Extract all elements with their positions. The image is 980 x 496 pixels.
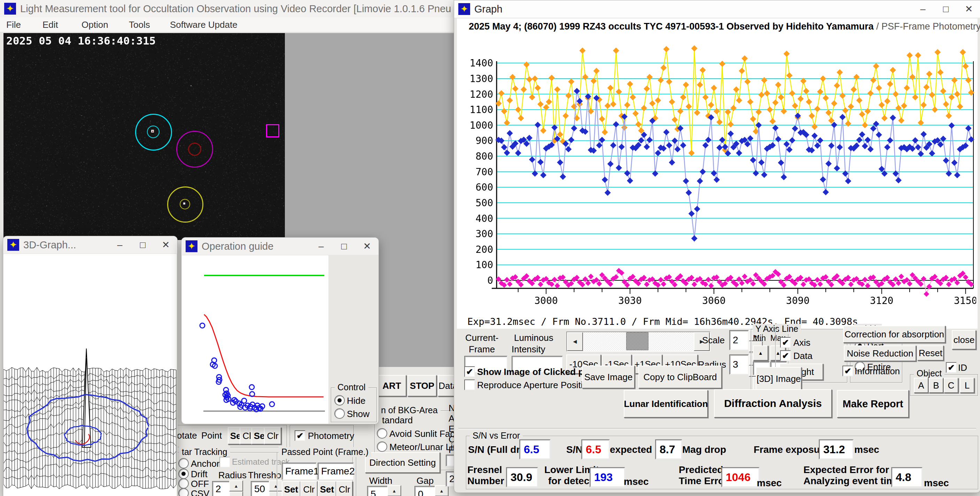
threed-mesh-canvas[interactable] <box>3 254 177 496</box>
minimize-icon[interactable]: – <box>310 238 332 254</box>
aperture-square-magenta[interactable] <box>266 124 279 137</box>
3d-image-button[interactable]: [3D] Image <box>756 367 802 391</box>
passed-set1-button[interactable]: Set <box>282 481 301 496</box>
menu-option[interactable]: Option <box>81 19 108 30</box>
point-label: Point <box>201 430 222 441</box>
stop-button[interactable]: STOP <box>407 375 437 396</box>
id-checkbox[interactable]: ✔ <box>946 362 957 373</box>
scrollbar-thumb[interactable] <box>626 332 649 350</box>
copy-clipboard-button[interactable]: Copy to ClipBoard <box>638 366 722 388</box>
information-label: Information <box>854 366 900 377</box>
radius-up-icon[interactable]: ▲ <box>229 480 243 491</box>
estimated-track-checkbox[interactable] <box>220 457 230 467</box>
menu-file[interactable]: File <box>6 19 21 30</box>
gap-spinner-arrows[interactable]: ▲ ▼ <box>434 485 449 496</box>
bkg-meteor-radio[interactable] <box>377 441 387 452</box>
make-report-button[interactable]: Make Report <box>837 390 909 418</box>
diffraction-analysis-button[interactable]: Diffraction Analysis <box>714 389 832 418</box>
bkg-avoid-radio[interactable] <box>377 428 387 439</box>
object-l-button[interactable]: L <box>960 378 974 393</box>
menu-tools[interactable]: Tools <box>129 19 150 30</box>
mag-drop-label: Mag drop <box>682 444 726 455</box>
point-clr2-button[interactable]: Clr <box>264 427 282 445</box>
threed-titlebar[interactable]: ✦ 3D-Graph... – □ ✕ <box>3 236 177 254</box>
frame1-box[interactable]: Frame1 <box>282 463 317 480</box>
video-frame[interactable]: 2025 05 04 16:36:40:315 <box>3 33 285 240</box>
aperture-inner-cyan <box>147 125 159 138</box>
maximize-icon[interactable]: □ <box>332 238 356 254</box>
tracking-radius-arrows[interactable]: ▲ ▼ <box>229 480 243 496</box>
luminous-label-1: Luminous <box>514 333 554 343</box>
bkg-standard-radio-label[interactable]: tandard <box>382 415 413 426</box>
fragment-f: F <box>449 445 454 455</box>
gap-up-icon[interactable]: ▲ <box>434 485 449 496</box>
threed-client <box>3 254 177 496</box>
width-spinner-arrows[interactable]: ▲ ▼ <box>387 485 401 496</box>
hide-radio[interactable] <box>334 395 345 406</box>
show-image-checkbox[interactable]: ✔ <box>464 366 475 377</box>
correction-absorption-button[interactable]: Correction for absorption <box>843 326 945 343</box>
minimize-icon[interactable]: – <box>108 237 131 253</box>
predicted-time-error-value: 1046 <box>721 467 760 487</box>
graph-radius-value[interactable]: 3 <box>729 355 749 375</box>
minimize-icon[interactable]: – <box>912 1 934 17</box>
threed-graph-window: ✦ 3D-Graph... – □ ✕ <box>3 236 178 496</box>
gap-spinner-value[interactable]: 0 <box>414 486 437 496</box>
noise-reduction-button[interactable]: Noise Reduction <box>844 345 916 361</box>
limovie-icon: ✦ <box>4 3 16 14</box>
scrollbar-left-icon[interactable]: ◄ <box>567 332 583 351</box>
lower-limit-value: 193 <box>590 467 625 487</box>
information-checkbox[interactable]: ✔ <box>842 366 853 376</box>
scale-label: Scale <box>702 335 725 346</box>
line-data-checkbox[interactable]: ✔ <box>780 350 791 361</box>
reset-button[interactable]: Reset <box>917 345 944 361</box>
tracking-radius-value[interactable]: 2 <box>212 481 232 496</box>
passed-set2-button[interactable]: Set <box>318 481 336 496</box>
direction-setting-button[interactable]: Direction Setting <box>365 452 440 473</box>
threshold-value[interactable]: 50 <box>251 481 272 496</box>
control-legend: Control <box>335 382 369 392</box>
fresnel-value: 30.9 <box>506 467 538 487</box>
close-icon[interactable]: ✕ <box>154 237 177 253</box>
start-button[interactable]: ART <box>377 375 406 396</box>
off-radio[interactable] <box>178 478 189 489</box>
passed-clr1-button[interactable]: Clr <box>300 481 318 496</box>
reproduce-checkbox[interactable] <box>464 379 475 390</box>
opguide-titlebar[interactable]: ✦ Operation guide – □ ✕ <box>181 238 379 255</box>
maximize-icon[interactable]: □ <box>131 237 154 253</box>
graph-titlebar[interactable]: ✦ Graph – □ ✕ <box>454 0 980 18</box>
close-button[interactable]: close <box>952 330 976 350</box>
fresnel-label-1: Fresnel <box>467 464 502 475</box>
csv-radio[interactable] <box>178 488 189 496</box>
passed-clr2-button[interactable]: Clr <box>336 481 353 496</box>
yaxis-min-up-button[interactable]: ▲ <box>753 345 768 361</box>
frame2-box[interactable]: Frame2 <box>318 463 354 480</box>
object-b-button[interactable]: B <box>929 378 943 393</box>
width-up-icon[interactable]: ▲ <box>387 485 401 496</box>
light-curve-canvas[interactable] <box>464 33 976 315</box>
maximize-icon[interactable]: □ <box>934 1 957 17</box>
expected-error-label-2: Analyzing event time <box>803 475 900 486</box>
close-icon[interactable]: ✕ <box>957 1 980 17</box>
close-icon[interactable]: ✕ <box>356 238 379 254</box>
frame-exposure-msec: msec <box>854 444 879 455</box>
photometry-checkbox[interactable]: ✔ <box>294 430 305 441</box>
radius-down-icon[interactable]: ▼ <box>229 491 243 496</box>
anchor-radio[interactable] <box>178 458 189 469</box>
current-frame-label-2: Frame <box>469 344 495 355</box>
line-axis-checkbox[interactable]: ✔ <box>780 337 791 348</box>
drift-radio[interactable] <box>178 469 189 479</box>
menu-software-update[interactable]: Software Update <box>170 19 237 30</box>
current-frame-label-1: Current- <box>465 333 498 343</box>
show-radio[interactable] <box>334 408 345 419</box>
menu-edit[interactable]: Edit <box>43 19 58 30</box>
hide-label: Hide <box>347 396 365 406</box>
save-image-button[interactable]: Save Image <box>582 366 635 388</box>
object-c-button[interactable]: C <box>944 378 958 393</box>
lunar-identification-button[interactable]: Lunar Identification <box>624 390 708 418</box>
frame-scrollbar[interactable]: ◄ ► <box>566 331 710 352</box>
expected-error-value: 4.8 <box>891 467 923 487</box>
width-spinner-value[interactable]: 5 <box>367 486 389 496</box>
object-a-button[interactable]: A <box>914 378 929 393</box>
scale-value[interactable]: 2 <box>729 330 749 350</box>
